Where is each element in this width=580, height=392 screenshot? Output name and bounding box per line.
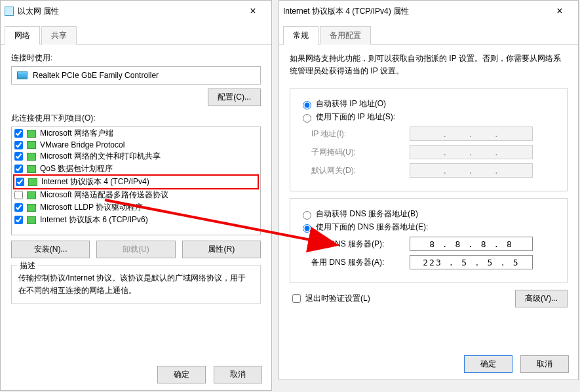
item-label: Microsoft 网络适配器多路传送器协议	[40, 189, 168, 201]
titlebar: Internet 协议版本 4 (TCP/IPv4) 属性 ×	[279, 1, 578, 22]
item-checkbox[interactable]	[14, 203, 23, 212]
list-item[interactable]: Microsoft 网络适配器多路传送器协议	[12, 189, 260, 201]
description-legend: 描述	[17, 260, 38, 271]
item-checkbox[interactable]	[14, 129, 23, 138]
list-item[interactable]: Microsoft 网络的文件和打印机共享	[12, 150, 260, 163]
dns2-label: 备用 DNS 服务器(A):	[311, 257, 410, 268]
dns-fieldset: 自动获得 DNS 服务器地址(B) 使用下面的 DNS 服务器地址(E): 首选…	[290, 198, 568, 283]
list-item[interactable]: VMware Bridge Protocol	[12, 140, 260, 150]
item-label: QoS 数据包计划程序	[40, 163, 113, 174]
tabs: 网络 共享	[1, 22, 271, 45]
protocol-icon	[27, 165, 36, 173]
protocol-icon	[27, 153, 36, 161]
item-checkbox[interactable]	[16, 178, 24, 186]
net-icon	[5, 7, 14, 16]
window-title: Internet 协议版本 4 (TCP/IPv4) 属性	[283, 6, 545, 17]
item-checkbox[interactable]	[14, 165, 23, 173]
item-label: VMware Bridge Protocol	[40, 140, 125, 149]
item-checkbox[interactable]	[14, 191, 23, 199]
item-label: Microsoft LLDP 协议驱动程序	[40, 202, 143, 213]
description-group: 描述 传输控制协议/Internet 协议。该协议是默认的广域网络协议，用于在不…	[11, 265, 261, 304]
validate-label: 退出时验证设置(L)	[305, 293, 370, 304]
properties-button[interactable]: 属性(R)	[182, 241, 261, 258]
ok-button[interactable]: 确定	[157, 366, 206, 383]
validate-checkbox[interactable]	[292, 294, 301, 303]
close-icon[interactable]: ×	[545, 5, 574, 17]
tab-general[interactable]: 常规	[283, 26, 319, 45]
tab-alternate[interactable]: 备用配置	[320, 26, 371, 45]
list-item[interactable]: QoS 数据包计划程序	[12, 163, 260, 175]
protocol-icon	[27, 191, 36, 199]
gateway-label: 默认网关(D):	[311, 165, 410, 176]
protocol-icon	[27, 204, 36, 212]
ok-button[interactable]: 确定	[464, 355, 512, 373]
auto-dns-label: 自动获得 DNS 服务器地址(B)	[316, 208, 418, 220]
mask-label: 子网掩码(U):	[311, 147, 410, 158]
list-item[interactable]: Microsoft 网络客户端	[12, 127, 260, 140]
protocol-icon	[27, 141, 36, 149]
configure-button[interactable]: 配置(C)...	[208, 88, 261, 106]
tab-sharing[interactable]: 共享	[41, 26, 77, 45]
mask-input: . . .	[410, 145, 533, 159]
dialog-footer: 确定 取消	[279, 349, 578, 380]
manual-dns-label: 使用下面的 DNS 服务器地址(E):	[316, 222, 428, 233]
protocol-icon	[28, 178, 37, 186]
ip-fieldset: 自动获得 IP 地址(O) 使用下面的 IP 地址(S): IP 地址(I):.…	[290, 88, 568, 191]
item-label: Internet 协议版本 6 (TCP/IPv6)	[40, 214, 148, 225]
cancel-button[interactable]: 取消	[520, 355, 569, 373]
item-label: Microsoft 网络客户端	[40, 128, 113, 139]
close-icon[interactable]: ×	[239, 5, 267, 17]
adapter-name: Realtek PCIe GbE Family Controller	[33, 71, 159, 80]
item-label: Internet 协议版本 4 (TCP/IPv4)	[41, 176, 149, 187]
uninstall-button[interactable]: 卸载(U)	[96, 241, 175, 258]
list-item[interactable]: Microsoft LLDP 协议驱动程序	[12, 201, 260, 214]
gateway-input: . . .	[410, 163, 533, 178]
install-button[interactable]: 安装(N)...	[11, 241, 90, 258]
auto-dns-radio[interactable]	[303, 211, 311, 220]
description-text: 传输控制协议/Internet 协议。该协议是默认的广域网络协议，用于在不同的相…	[18, 272, 254, 297]
protocol-icon	[27, 216, 36, 224]
dialog-body: 如果网络支持此功能，则可以获取自动指派的 IP 设置。否则，你需要从网络系统管理…	[279, 45, 578, 349]
item-checkbox[interactable]	[14, 216, 23, 224]
protocol-icon	[27, 130, 36, 138]
protocol-list[interactable]: Microsoft 网络客户端 VMware Bridge Protocol M…	[11, 127, 261, 235]
ip-label: IP 地址(I):	[311, 128, 410, 140]
window-title: 以太网 属性	[18, 6, 239, 17]
item-label: Microsoft 网络的文件和打印机共享	[40, 151, 161, 162]
advanced-button[interactable]: 高级(V)...	[515, 290, 568, 307]
ip-input: . . .	[410, 127, 533, 141]
tabs: 常规 备用配置	[279, 22, 578, 45]
dns1-input[interactable]: 8 . 8 . 8 . 8	[410, 237, 533, 251]
cancel-button[interactable]: 取消	[214, 366, 262, 383]
manual-ip-radio[interactable]	[303, 114, 311, 123]
dialog-footer: 确定 取消	[1, 359, 271, 390]
auto-ip-radio[interactable]	[303, 101, 311, 109]
tcpip4-properties-dialog: Internet 协议版本 4 (TCP/IPv4) 属性 × 常规 备用配置 …	[279, 0, 579, 380]
tab-network[interactable]: 网络	[5, 26, 40, 45]
intro-text: 如果网络支持此功能，则可以获取自动指派的 IP 设置。否则，你需要从网络系统管理…	[290, 52, 568, 77]
item-checkbox[interactable]	[14, 141, 23, 149]
adapter-box[interactable]: Realtek PCIe GbE Family Controller	[11, 66, 261, 85]
connect-using-label: 连接时使用:	[11, 52, 261, 64]
list-item[interactable]: Internet 协议版本 6 (TCP/IPv6)	[12, 214, 260, 226]
auto-ip-label: 自动获得 IP 地址(O)	[316, 98, 386, 109]
manual-dns-radio[interactable]	[303, 224, 311, 233]
item-checkbox[interactable]	[14, 152, 23, 161]
dns2-input[interactable]: 223 . 5 . 5 . 5	[410, 255, 533, 269]
manual-ip-label: 使用下面的 IP 地址(S):	[316, 111, 395, 123]
titlebar: 以太网 属性 ×	[1, 1, 271, 22]
list-item-tcpip4[interactable]: Internet 协议版本 4 (TCP/IPv4)	[13, 174, 259, 189]
adapter-icon	[17, 71, 28, 79]
uses-items-label: 此连接使用下列项目(O):	[11, 113, 261, 124]
ethernet-properties-dialog: 以太网 属性 × 网络 共享 连接时使用: Realtek PCIe GbE F…	[0, 0, 272, 391]
dialog-body: 连接时使用: Realtek PCIe GbE Family Controlle…	[1, 45, 271, 359]
dns1-label: 首选 DNS 服务器(P):	[311, 239, 410, 250]
